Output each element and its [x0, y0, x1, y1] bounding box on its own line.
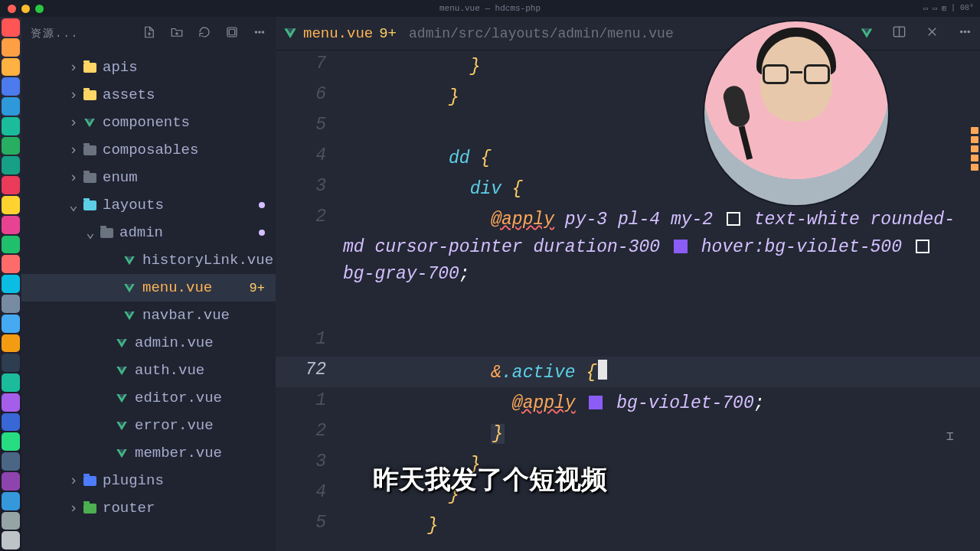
- dock-app-icon[interactable]: [2, 97, 20, 116]
- new-folder-icon[interactable]: [170, 25, 184, 43]
- tree-item[interactable]: ›router: [21, 494, 276, 522]
- dock-app-icon[interactable]: [2, 354, 20, 372]
- vue-icon: [115, 391, 129, 405]
- dock-app-icon[interactable]: [2, 492, 20, 510]
- menu-glyph: |: [951, 4, 956, 13]
- line-number: 4: [276, 482, 343, 502]
- macos-dock[interactable]: [0, 17, 21, 551]
- tree-item[interactable]: navbar.vue: [21, 302, 276, 329]
- folder-icon: [83, 501, 96, 515]
- chevron-icon: ›: [67, 500, 80, 517]
- sidebar-header: 资源...: [21, 17, 276, 51]
- dock-app-icon[interactable]: [2, 334, 20, 353]
- vue-icon: [122, 281, 136, 295]
- tree-item[interactable]: ›assets: [21, 81, 276, 109]
- svg-point-3: [259, 31, 260, 32]
- tree-item-label: router: [103, 500, 155, 517]
- dock-app-icon[interactable]: [2, 196, 20, 214]
- tree-item[interactable]: menu.vue9+: [21, 274, 276, 302]
- dock-app-icon[interactable]: [2, 176, 20, 194]
- vue-mode-icon[interactable]: [861, 29, 872, 38]
- dock-app-icon[interactable]: [2, 413, 20, 432]
- folder-icon: [83, 88, 96, 102]
- tree-item[interactable]: ›enum: [21, 164, 276, 191]
- tree-item-label: enum: [103, 169, 138, 186]
- chevron-icon: ⌄: [67, 196, 80, 214]
- svg-point-9: [961, 31, 962, 32]
- tree-item-label: auth.vue: [135, 362, 204, 379]
- chevron-icon: ›: [67, 114, 80, 131]
- minimize-window-icon[interactable]: [21, 5, 30, 13]
- dock-app-icon[interactable]: [2, 512, 20, 530]
- tab-menu-vue[interactable]: menu.vue 9+: [283, 25, 397, 42]
- dock-app-icon[interactable]: [2, 531, 20, 549]
- dock-app-icon[interactable]: [2, 38, 20, 57]
- file-tree[interactable]: ›apis›assets›components›composables›enum…: [21, 51, 276, 551]
- menu-glyph: ▭: [923, 4, 928, 13]
- vue-icon: [122, 253, 136, 267]
- tree-item[interactable]: member.vue: [21, 439, 276, 467]
- dock-app-icon[interactable]: [2, 156, 20, 174]
- dock-app-icon[interactable]: [2, 275, 20, 293]
- breadcrumb[interactable]: admin/src/layouts/admin/menu.vue: [409, 26, 674, 41]
- tree-item[interactable]: ›plugins: [21, 467, 276, 494]
- close-tab-icon[interactable]: [925, 24, 939, 43]
- modified-badge: 9+: [250, 281, 265, 295]
- dock-app-icon[interactable]: [2, 18, 20, 37]
- tree-item-label: components: [103, 114, 190, 131]
- video-caption: 昨天我发了个短视频: [373, 462, 607, 497]
- chevron-icon: ›: [67, 472, 80, 489]
- dock-app-icon[interactable]: [2, 137, 20, 155]
- tree-item[interactable]: ›apis: [21, 54, 276, 81]
- dock-app-icon[interactable]: [2, 77, 20, 96]
- refresh-icon[interactable]: [198, 25, 211, 43]
- line-number: 3: [276, 452, 343, 471]
- explorer-sidebar: 资源... ›apis›assets›components›composable…: [21, 17, 276, 551]
- tree-item-label: layouts: [103, 197, 164, 214]
- tree-item[interactable]: historyLink.vue: [21, 246, 276, 274]
- maximize-window-icon[interactable]: [35, 5, 44, 13]
- tree-item-label: admin.vue: [135, 334, 214, 351]
- dock-app-icon[interactable]: [2, 393, 20, 412]
- dock-app-icon[interactable]: [2, 216, 20, 234]
- tree-item[interactable]: ›composables: [21, 136, 276, 164]
- tree-item-label: editor.vue: [135, 390, 222, 406]
- tree-item[interactable]: ⌄layouts: [21, 191, 276, 219]
- tab-badge: 9+: [379, 25, 397, 42]
- editor-more-icon[interactable]: [958, 24, 972, 43]
- menubar-right: ▭ ▭ ⊞ | 08°: [923, 4, 974, 13]
- vue-icon: [115, 364, 129, 377]
- dock-app-icon[interactable]: [2, 315, 20, 333]
- chevron-icon: ›: [67, 59, 80, 76]
- window-controls[interactable]: [8, 5, 44, 13]
- text-cursor: [598, 360, 607, 380]
- dock-app-icon[interactable]: [2, 117, 20, 135]
- tree-item[interactable]: error.vue: [21, 412, 276, 439]
- collapse-icon[interactable]: [225, 25, 239, 43]
- minimap[interactable]: [969, 51, 980, 433]
- dock-app-icon[interactable]: [2, 58, 20, 77]
- dock-app-icon[interactable]: [2, 432, 20, 451]
- tree-item[interactable]: ⌄admin: [21, 219, 276, 246]
- menu-glyph: ⊞: [942, 4, 946, 13]
- chevron-icon: ›: [67, 169, 80, 186]
- tree-item[interactable]: admin.vue: [21, 329, 276, 357]
- close-window-icon[interactable]: [8, 5, 16, 13]
- line-number: 7: [276, 54, 343, 73]
- line-number: 3: [276, 176, 343, 196]
- tree-item[interactable]: auth.vue: [21, 357, 276, 384]
- dock-app-icon[interactable]: [2, 236, 20, 254]
- tree-item-label: plugins: [103, 472, 164, 489]
- tab-bar: menu.vue 9+ admin/src/layouts/admin/menu…: [276, 17, 980, 51]
- dock-app-icon[interactable]: [2, 472, 20, 491]
- tree-item-label: apis: [103, 59, 138, 76]
- new-file-icon[interactable]: [142, 25, 156, 43]
- dock-app-icon[interactable]: [2, 373, 20, 392]
- tree-item[interactable]: ›components: [21, 109, 276, 136]
- more-icon[interactable]: [253, 25, 266, 43]
- split-editor-icon[interactable]: [892, 24, 906, 43]
- dock-app-icon[interactable]: [2, 452, 20, 471]
- dock-app-icon[interactable]: [2, 295, 20, 313]
- dock-app-icon[interactable]: [2, 255, 20, 273]
- tree-item[interactable]: editor.vue: [21, 384, 276, 412]
